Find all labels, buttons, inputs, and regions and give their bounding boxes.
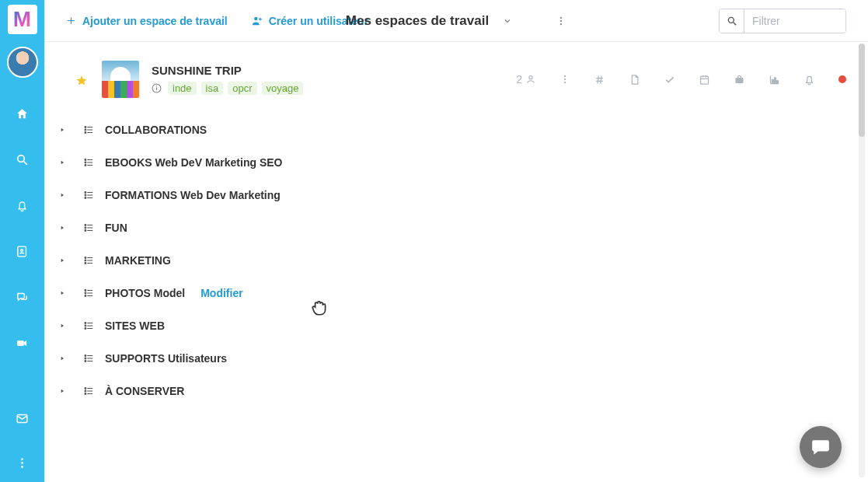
avatar[interactable] — [7, 47, 38, 78]
tree-item-label: EBOOKS Web DeV Marketing SEO — [105, 156, 282, 169]
svg-point-43 — [85, 292, 86, 294]
user-icon — [525, 74, 536, 85]
left-sidebar: M — [0, 0, 44, 482]
tree-item-label: FUN — [105, 222, 127, 234]
svg-point-39 — [85, 257, 86, 259]
workspace-title[interactable]: SUNSHINE TRIP — [152, 64, 303, 77]
list-icon — [83, 255, 94, 266]
plus-icon — [66, 16, 76, 26]
svg-point-34 — [85, 194, 86, 196]
caret-right-icon[interactable] — [58, 355, 66, 362]
filter-input[interactable] — [744, 9, 845, 33]
folder-tree: COLLABORATIONS EBOOKS Web DeV Marketing … — [44, 107, 868, 407]
svg-point-40 — [85, 260, 86, 261]
tree-item[interactable]: PHOTOS Model Modifier — [58, 277, 868, 309]
caret-right-icon[interactable] — [58, 192, 66, 198]
check-icon[interactable] — [664, 74, 675, 86]
status-dot[interactable] — [838, 75, 846, 83]
caret-right-icon[interactable] — [58, 388, 66, 394]
svg-point-29 — [85, 132, 86, 134]
contacts-icon[interactable] — [16, 245, 29, 258]
chat-icon[interactable] — [16, 291, 29, 304]
tag[interactable]: voyage — [262, 82, 304, 95]
tree-item-label: SITES WEB — [105, 320, 165, 332]
info-icon[interactable] — [152, 83, 162, 93]
svg-rect-25 — [775, 78, 776, 84]
workspace-selector-label: Mes espaces de travail — [346, 13, 489, 29]
mail-icon[interactable] — [16, 412, 29, 425]
chat-bubble-icon — [810, 437, 831, 457]
tree-item-label: À CONSERVER — [105, 385, 184, 397]
tree-item[interactable]: FUN — [58, 211, 868, 244]
tag[interactable]: isa — [201, 82, 224, 95]
workspace-thumbnail[interactable] — [102, 61, 139, 98]
list-icon — [83, 157, 94, 168]
svg-point-37 — [85, 227, 86, 229]
scrollbar-thumb[interactable] — [859, 44, 865, 137]
hashtag-icon[interactable] — [594, 74, 605, 86]
svg-point-50 — [85, 361, 86, 362]
caret-right-icon[interactable] — [58, 159, 66, 166]
calendar-icon[interactable] — [699, 74, 710, 86]
search-icon[interactable] — [16, 153, 29, 166]
filter-search-button[interactable] — [720, 9, 744, 33]
workspace-header: SUNSHINE TRIP inde isa opcr voyage 2 — [44, 42, 868, 107]
svg-point-53 — [85, 393, 86, 395]
user-plus-icon — [251, 15, 263, 26]
svg-point-12 — [560, 23, 562, 25]
briefcase-icon[interactable] — [734, 74, 745, 86]
svg-point-6 — [21, 458, 23, 460]
workspace-selector[interactable]: Mes espaces de travail — [346, 0, 566, 42]
app-logo[interactable]: M — [8, 5, 37, 34]
tree-item[interactable]: SITES WEB — [58, 309, 868, 342]
svg-point-28 — [85, 129, 86, 131]
list-icon — [83, 222, 94, 233]
svg-point-38 — [85, 230, 86, 232]
favorite-star-icon[interactable] — [75, 75, 88, 87]
caret-right-icon[interactable] — [58, 290, 66, 296]
home-icon[interactable] — [16, 107, 29, 120]
bell-icon[interactable] — [804, 74, 815, 86]
bell-icon[interactable] — [16, 199, 29, 212]
svg-point-42 — [85, 290, 86, 292]
tag[interactable]: opcr — [228, 82, 256, 95]
tag[interactable]: inde — [168, 82, 197, 95]
user-count-value: 2 — [516, 73, 522, 86]
modify-link[interactable]: Modifier — [200, 287, 242, 299]
video-icon[interactable] — [16, 337, 29, 350]
svg-point-36 — [85, 225, 86, 226]
tree-item[interactable]: FORMATIONS Web Dev Marketing — [58, 179, 868, 211]
svg-point-3 — [21, 250, 23, 252]
caret-right-icon[interactable] — [58, 225, 66, 231]
chat-fab[interactable] — [800, 426, 842, 468]
more-vertical-icon[interactable] — [556, 16, 566, 26]
svg-point-27 — [85, 127, 86, 128]
caret-right-icon[interactable] — [58, 127, 66, 133]
svg-rect-24 — [772, 79, 773, 83]
svg-point-44 — [85, 295, 86, 297]
list-icon — [83, 320, 94, 331]
user-count[interactable]: 2 — [516, 73, 536, 86]
svg-rect-16 — [156, 87, 157, 90]
list-icon — [83, 386, 94, 396]
tree-item[interactable]: À CONSERVER — [58, 375, 868, 407]
svg-rect-23 — [736, 78, 744, 83]
tree-item-label: PHOTOS Model — [105, 287, 185, 299]
more-vertical-icon[interactable] — [16, 456, 29, 470]
svg-point-49 — [85, 358, 86, 359]
chart-icon[interactable] — [769, 74, 780, 86]
topbar: Ajouter un espace de travail Créer un ut… — [44, 0, 868, 42]
document-icon[interactable] — [629, 74, 640, 86]
more-vertical-icon[interactable] — [559, 74, 570, 85]
tree-item[interactable]: COLLABORATIONS — [58, 114, 868, 146]
caret-right-icon[interactable] — [58, 257, 66, 264]
add-workspace-button[interactable]: Ajouter un espace de travail — [66, 15, 228, 27]
caret-right-icon[interactable] — [58, 323, 66, 329]
tree-item[interactable]: EBOOKS Web DeV Marketing SEO — [58, 146, 868, 179]
tree-item[interactable]: MARKETING — [58, 244, 868, 277]
svg-rect-26 — [777, 80, 779, 83]
svg-point-8 — [21, 466, 23, 468]
tree-item[interactable]: SUPPORTS Utilisateurs — [58, 342, 868, 375]
svg-point-33 — [85, 192, 86, 194]
scrollbar-track[interactable] — [859, 44, 865, 477]
